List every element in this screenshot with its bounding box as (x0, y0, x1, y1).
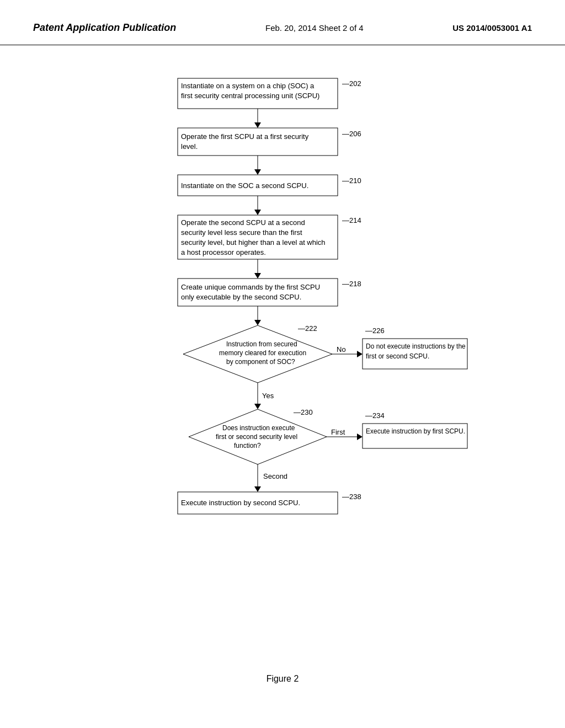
svg-marker-11 (254, 169, 261, 175)
svg-text:Operate the first SCPU at a fi: Operate the first SCPU at a first securi… (181, 132, 309, 141)
svg-text:first security central process: first security central processing unit (… (181, 92, 319, 100)
flowchart-svg: Instantiate on a system on a chip (SOC) … (89, 73, 476, 657)
svg-marker-45 (254, 404, 261, 409)
svg-text:—206: —206 (342, 130, 361, 138)
svg-marker-30 (254, 320, 261, 325)
svg-text:Yes: Yes (262, 392, 274, 400)
svg-text:Instantiate on a system on a c: Instantiate on a system on a chip (SOC) … (181, 82, 315, 90)
header-patent-number: US 2014/0053001 A1 (452, 23, 532, 33)
svg-text:security level less secure tha: security level less secure than the firs… (181, 228, 302, 237)
svg-text:Create unique commands by the : Create unique commands by the first SCPU (181, 283, 320, 291)
svg-marker-24 (254, 273, 261, 279)
figure-caption: Figure 2 (266, 674, 299, 684)
svg-marker-16 (254, 210, 261, 215)
svg-text:—214: —214 (342, 216, 361, 224)
page: Patent Application Publication Feb. 20, … (0, 0, 565, 728)
svg-text:a host processor operates.: a host processor operates. (181, 248, 266, 256)
svg-text:level.: level. (181, 142, 198, 151)
svg-text:—210: —210 (342, 176, 361, 185)
svg-text:Operate the second SCPU at a s: Operate the second SCPU at a second (181, 218, 305, 227)
svg-text:—226: —226 (365, 326, 385, 335)
svg-text:Do not execute instructions by: Do not execute instructions by the (366, 342, 466, 350)
svg-text:Instruction from secured: Instruction from secured (226, 340, 297, 348)
header-date-sheet: Feb. 20, 2014 Sheet 2 of 4 (265, 23, 364, 33)
svg-marker-59 (254, 486, 261, 492)
svg-text:by component of SOC?: by component of SOC? (226, 358, 295, 366)
svg-text:memory cleared for execution: memory cleared for execution (219, 349, 306, 357)
svg-text:Execute instruction by second : Execute instruction by second SCPU. (181, 499, 300, 507)
svg-text:—218: —218 (342, 280, 361, 288)
header-title: Patent Application Publication (33, 22, 176, 34)
svg-text:function?: function? (234, 442, 261, 449)
svg-text:Second: Second (263, 472, 287, 480)
svg-marker-5 (254, 122, 261, 128)
header: Patent Application Publication Feb. 20, … (0, 0, 565, 45)
diagram-area: Instantiate on a system on a chip (SOC) … (0, 45, 565, 700)
svg-text:first or second security level: first or second security level (216, 433, 297, 441)
svg-text:—234: —234 (365, 411, 385, 420)
svg-text:Instantiate on the SOC a secon: Instantiate on the SOC a second SCPU. (181, 181, 308, 190)
svg-text:Does instruction execute: Does instruction execute (222, 424, 295, 432)
svg-text:security level, but higher tha: security level, but higher than a level … (181, 238, 326, 247)
svg-text:only executable by the second : only executable by the second SCPU. (181, 293, 301, 301)
svg-marker-38 (357, 351, 363, 357)
svg-text:—222: —222 (298, 324, 317, 333)
svg-text:first or second SCPU.: first or second SCPU. (366, 352, 429, 360)
svg-text:Execute instruction by first S: Execute instruction by first SCPU. (366, 427, 465, 435)
svg-text:—202: —202 (342, 79, 361, 88)
svg-text:First: First (331, 428, 345, 436)
svg-marker-53 (357, 433, 363, 440)
svg-text:—238: —238 (342, 493, 361, 501)
svg-text:—230: —230 (294, 408, 313, 416)
svg-text:No: No (337, 345, 346, 354)
